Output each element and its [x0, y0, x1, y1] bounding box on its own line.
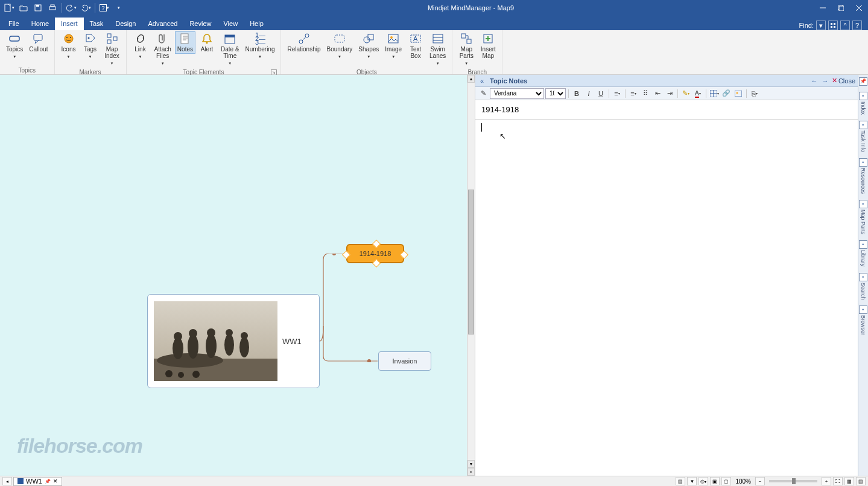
menu-tab-view[interactable]: View [217, 18, 244, 30]
selection-handle-top[interactable] [372, 240, 381, 248]
menu-tab-review[interactable]: Review [183, 18, 217, 30]
tab-close-icon[interactable]: ✕ [53, 478, 58, 484]
ribbon-insert-map-button[interactable]: InsertMap [478, 31, 498, 60]
italic-button[interactable]: I [583, 88, 594, 99]
collapse-ribbon-button[interactable]: ^ [840, 21, 850, 30]
insert-table-button[interactable]: ▾ [709, 88, 720, 99]
ribbon-link-button[interactable]: Link▼ [130, 31, 151, 62]
underline-button[interactable]: U [595, 88, 606, 99]
rail-task-info[interactable]: ▪Task Info [859, 121, 867, 152]
close-button[interactable] [850, 0, 868, 16]
redo-button[interactable]: ▾ [79, 1, 92, 14]
subtopic-invasion[interactable]: Invasion [378, 351, 431, 371]
ribbon-image-button[interactable]: Image▼ [382, 31, 404, 62]
highlight-button[interactable]: ✎▾ [680, 88, 691, 99]
rail-pin-button[interactable]: 📌 [859, 77, 867, 86]
notes-format-painter-icon[interactable]: ✎ [478, 88, 489, 99]
menu-tab-help[interactable]: Help [244, 18, 270, 30]
zoom-in-button[interactable]: + [822, 477, 831, 485]
subtopic-1914-1918[interactable]: 1914-1918 [346, 244, 404, 263]
undo-button[interactable]: ▾ [65, 1, 78, 14]
menu-tab-advanced[interactable]: Advanced [142, 18, 183, 30]
notes-editor[interactable]: ↖ [475, 120, 858, 476]
ribbon-date-time-button[interactable]: Date &Time▼ [218, 31, 242, 68]
ribbon-swim-lanes-button[interactable]: SwimLanes▼ [427, 31, 448, 68]
ribbon-callout-button[interactable]: Callout [27, 31, 50, 54]
rail-search[interactable]: ▪Search [859, 273, 867, 300]
ribbon-map-index-button[interactable]: MapIndex▼ [102, 31, 122, 68]
tab-nav-left[interactable]: ◂ [2, 477, 12, 485]
tab-pin-icon[interactable]: 📌 [45, 479, 51, 484]
filter-button[interactable]: ▼ [687, 477, 697, 485]
ribbon-help-button[interactable]: ? [852, 21, 862, 30]
menu-tab-design[interactable]: Design [109, 18, 142, 30]
insert-image-button[interactable] [733, 88, 744, 99]
indent-button[interactable]: ⇥ [664, 88, 675, 99]
ribbon-numbering-button[interactable]: 1—2—3—Numbering▼ [243, 31, 277, 62]
menu-file[interactable]: File [2, 18, 25, 30]
scroll-thumb[interactable] [468, 190, 474, 334]
scroll-up-button[interactable]: ▴ [467, 75, 475, 83]
rail-index[interactable]: ▪Index [859, 92, 867, 115]
document-tab[interactable]: WW1 📌 ✕ [13, 477, 62, 486]
find-options-button[interactable] [828, 21, 838, 30]
rail-map-parts[interactable]: ▪Map Parts [859, 200, 867, 234]
notes-close-button[interactable]: ✕Close [832, 77, 855, 85]
zoom-out-button[interactable]: − [755, 477, 765, 485]
save-button[interactable] [31, 1, 45, 14]
find-dropdown-button[interactable]: ▾ [816, 21, 826, 30]
rail-browser[interactable]: ▪Browser [859, 305, 867, 335]
ribbon-icons-button[interactable]: Icons▼ [59, 31, 79, 62]
notes-next-button[interactable]: → [821, 77, 829, 85]
font-size-select[interactable]: 10 [545, 88, 566, 99]
zoom-slider[interactable] [769, 480, 817, 482]
notes-prev-button[interactable]: ← [810, 77, 819, 85]
font-family-select[interactable]: Verdana [490, 88, 544, 99]
view-mode-1[interactable]: ▦ [844, 477, 854, 485]
status-collapse-icon[interactable]: ▢ [721, 477, 731, 485]
status-target-icon[interactable]: ◎▾ [699, 477, 708, 485]
maximize-button[interactable] [832, 0, 850, 16]
bullet-list-button[interactable]: ⠿ [640, 88, 651, 99]
ribbon-text-box-button[interactable]: ATextBox [405, 31, 426, 60]
zoom-slider-thumb[interactable] [792, 478, 796, 484]
ribbon-relationship-button[interactable]: Relationship [285, 31, 323, 54]
ribbon-map-parts-button[interactable]: MapParts▼ [456, 31, 477, 68]
help-button[interactable]: ?▾ [98, 1, 111, 14]
vertical-scrollbar[interactable]: ▴ ▾ ▪ [467, 75, 475, 476]
central-topic[interactable]: WW1 [147, 294, 320, 388]
ribbon-alert-button[interactable]: Alert [197, 31, 217, 54]
menu-tab-home[interactable]: Home [25, 18, 55, 30]
status-expand-icon[interactable]: ▣ [710, 477, 720, 485]
rail-library[interactable]: ▪Library [859, 240, 867, 267]
rail-resources[interactable]: ▪Resources [859, 158, 867, 194]
selection-handle-right[interactable] [400, 251, 408, 259]
numbered-list-button[interactable]: ≡▾ [628, 88, 639, 99]
qat-customize-button[interactable]: ▾ [112, 1, 125, 14]
fit-view-button[interactable]: ⛶ [833, 477, 843, 485]
bold-button[interactable]: B [571, 88, 582, 99]
view-mode-2[interactable]: ▤ [856, 477, 866, 485]
ribbon-tags-button[interactable]: Tags▼ [80, 31, 101, 62]
open-button[interactable] [17, 1, 30, 14]
ribbon-attach-files-button[interactable]: AttachFiles▼ [152, 31, 174, 68]
menu-tab-insert[interactable]: Insert [55, 18, 84, 30]
ribbon-topics-button[interactable]: Topics▼ [4, 31, 25, 62]
align-button[interactable]: ≡▾ [612, 88, 622, 99]
status-icon-1[interactable]: ▤ [676, 477, 685, 485]
print-button[interactable] [46, 1, 59, 14]
insert-link-button[interactable]: 🔗 [721, 88, 732, 99]
scroll-options-button[interactable]: ▪ [467, 468, 475, 476]
ribbon-shapes-button[interactable]: Shapes▼ [356, 31, 381, 62]
font-color-button[interactable]: A▾ [692, 88, 703, 99]
outdent-button[interactable]: ⇤ [652, 88, 663, 99]
new-doc-button[interactable]: ▾ [2, 1, 16, 14]
minimize-button[interactable] [814, 0, 832, 16]
menu-tab-task[interactable]: Task [84, 18, 110, 30]
notes-more-button[interactable]: ⎘▾ [749, 88, 760, 99]
ribbon-notes-button[interactable]: Notes [175, 31, 195, 54]
ribbon-boundary-button[interactable]: Boundary▼ [325, 31, 355, 62]
notes-collapse-button[interactable]: « [478, 77, 486, 85]
mindmap-canvas[interactable]: WW1 1914-1918 Invasion filehorse.com ▴ ▾… [0, 75, 475, 476]
scroll-down-button[interactable]: ▾ [467, 460, 475, 468]
